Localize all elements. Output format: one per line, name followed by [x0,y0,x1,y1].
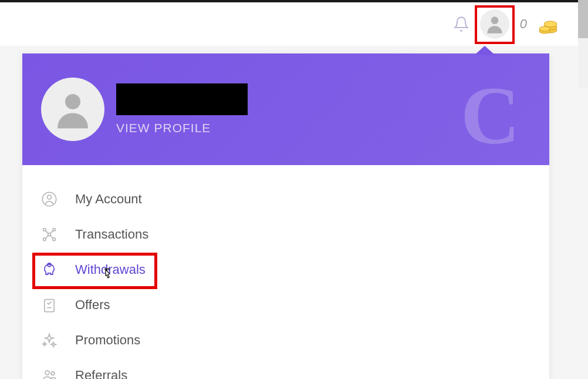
profile-header: C VIEW PROFILE [22,53,549,165]
menu-item-label: Transactions [75,227,148,242]
profile-info: VIEW PROFILE [116,83,248,135]
menu-list: My Account Transactions [22,165,549,379]
people-icon [41,367,58,379]
scrollbar-thumb[interactable] [578,0,588,38]
bell-icon[interactable] [453,16,469,32]
coins-icon [538,14,559,35]
svg-point-5 [539,26,550,31]
svg-point-6 [65,94,80,109]
coin-count: 0 [520,16,527,32]
header: 0 [0,2,588,46]
menu-item-transactions[interactable]: Transactions [22,217,549,252]
checklist-icon [41,297,58,313]
svg-point-8 [48,195,52,199]
menu-item-label: Offers [75,297,110,313]
svg-point-10 [53,229,56,232]
background-letter: C [461,68,520,163]
scrollbar[interactable] [578,0,588,88]
svg-rect-15 [45,300,54,312]
menu-item-my-account[interactable]: My Account [22,182,549,217]
network-icon [41,226,58,243]
piggy-bank-icon [41,261,58,278]
dropdown-arrow [474,46,495,55]
svg-point-12 [43,238,46,241]
menu-item-label: Promotions [75,333,140,348]
user-circle-icon [41,191,58,207]
menu-item-referrals[interactable]: Referrals [22,358,549,379]
menu-item-label: Referrals [75,368,127,379]
menu-item-promotions[interactable]: Promotions [22,323,549,358]
avatar-button[interactable] [480,9,509,39]
sparkle-icon [41,332,58,348]
svg-point-11 [48,233,51,236]
svg-point-3 [544,21,557,27]
svg-point-0 [491,16,498,24]
menu-item-label: Withdrawals [75,262,146,277]
profile-dropdown: C VIEW PROFILE My Account [22,53,549,379]
view-profile-link[interactable]: VIEW PROFILE [116,121,248,135]
svg-point-17 [51,372,55,375]
svg-point-9 [43,229,46,232]
menu-item-label: My Account [75,192,142,207]
svg-point-16 [45,371,49,375]
svg-point-13 [53,238,56,241]
menu-item-offers[interactable]: Offers [22,287,549,323]
menu-item-withdrawals[interactable]: Withdrawals [22,252,549,287]
username-redacted [116,83,248,115]
avatar-large [41,78,104,141]
